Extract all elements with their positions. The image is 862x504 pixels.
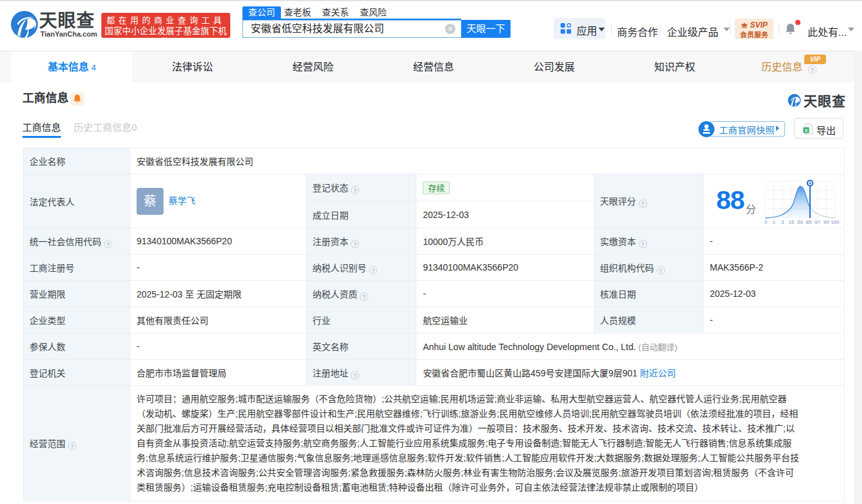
svg-text:99: 99 [823, 219, 829, 225]
svg-text:1: 1 [772, 219, 775, 225]
svg-text:3: 3 [781, 219, 784, 225]
svg-text:0: 0 [765, 219, 768, 225]
svg-text:50: 50 [797, 219, 803, 225]
svg-text:X: X [804, 128, 808, 133]
svg-text:100: 100 [831, 219, 840, 225]
svg-text:97: 97 [815, 219, 820, 225]
svg-text:85: 85 [806, 219, 811, 225]
svg-text:15: 15 [788, 219, 794, 225]
